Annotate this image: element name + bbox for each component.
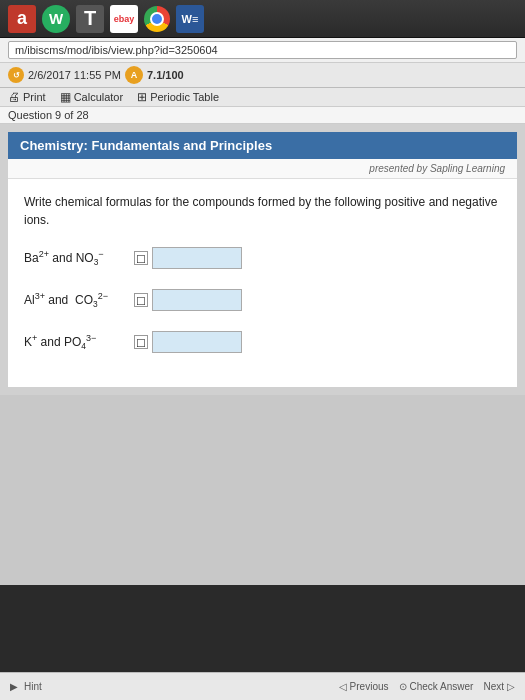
browser-toolbar: ↺ 2/6/2017 11:55 PM A 7.1/100: [0, 63, 525, 88]
taskbar: a W T ebay W≡: [0, 0, 525, 38]
answer-checkbox-1: □: [134, 251, 148, 265]
content-wrapper: Chemistry: Fundamentals and Principles p…: [8, 132, 517, 387]
url-bar[interactable]: m/ibiscms/mod/ibis/view.php?id=3250604: [8, 41, 517, 59]
print-label: Print: [23, 91, 46, 103]
date-time: 2/6/2017 11:55 PM: [28, 69, 121, 81]
calculator-label: Calculator: [74, 91, 124, 103]
play-icon: ▶: [10, 681, 18, 692]
taskbar-icon-t[interactable]: T: [76, 5, 104, 33]
taskbar-icon-w[interactable]: W: [42, 5, 70, 33]
ion-row-2: Al3+ and CO32− □: [24, 289, 501, 311]
bottom-bar: ▶ Hint ◁ Previous ⊙ Check Answer Next ▷: [0, 672, 525, 700]
score-text: 7.1/100: [147, 69, 184, 81]
previous-arrow: ◁: [339, 681, 347, 692]
next-label: Next: [483, 681, 504, 692]
calculator-icon: ▦: [60, 90, 71, 104]
previous-label: Previous: [350, 681, 389, 692]
tools-bar: 🖨 Print ▦ Calculator ⊞ Periodic Table: [0, 88, 525, 107]
question-text: Write chemical formulas for the compound…: [24, 193, 501, 229]
previous-button[interactable]: ◁ Previous: [339, 681, 389, 692]
answer-input-3[interactable]: [152, 331, 242, 353]
print-button[interactable]: 🖨 Print: [8, 90, 46, 104]
check-answer-button[interactable]: ⊙ Check Answer: [399, 681, 474, 692]
taskbar-icon-word[interactable]: W≡: [176, 5, 204, 33]
ion-label-3: K+ and PO43−: [24, 333, 124, 351]
hint-label[interactable]: Hint: [24, 681, 42, 692]
print-icon: 🖨: [8, 90, 20, 104]
answer-input-2[interactable]: [152, 289, 242, 311]
gray-outer: Chemistry: Fundamentals and Principles p…: [0, 124, 525, 395]
bottom-right: ◁ Previous ⊙ Check Answer Next ▷: [339, 681, 515, 692]
check-icon: ⊙: [399, 681, 407, 692]
refresh-icon: ↺: [8, 67, 24, 83]
next-arrow: ▷: [507, 681, 515, 692]
question-bar: Question 9 of 28: [0, 107, 525, 124]
periodic-table-button[interactable]: ⊞ Periodic Table: [137, 90, 219, 104]
question-meta: Question 9 of 28: [8, 109, 89, 121]
ion-label-1: Ba2+ and NO3−: [24, 249, 124, 267]
content-header: Chemistry: Fundamentals and Principles: [8, 132, 517, 159]
taskbar-icon-a[interactable]: a: [8, 5, 36, 33]
url-bar-container: m/ibiscms/mod/ibis/view.php?id=3250604: [0, 38, 525, 63]
answer-input-1[interactable]: [152, 247, 242, 269]
taskbar-icon-chrome[interactable]: [144, 6, 170, 32]
periodic-table-label: Periodic Table: [150, 91, 219, 103]
content-subheader: presented by Sapling Learning: [8, 159, 517, 179]
spacer: [0, 395, 525, 585]
answer-box-2: □: [134, 289, 242, 311]
answer-checkbox-2: □: [134, 293, 148, 307]
taskbar-icon-ebay[interactable]: ebay: [110, 5, 138, 33]
answer-box-3: □: [134, 331, 242, 353]
next-button[interactable]: Next ▷: [483, 681, 515, 692]
ion-row-3: K+ and PO43− □: [24, 331, 501, 353]
periodic-table-icon: ⊞: [137, 90, 147, 104]
check-answer-label: Check Answer: [410, 681, 474, 692]
bottom-left: ▶ Hint: [10, 681, 42, 692]
question-area: Write chemical formulas for the compound…: [8, 179, 517, 387]
answer-checkbox-3: □: [134, 335, 148, 349]
ion-row-1: Ba2+ and NO3− □: [24, 247, 501, 269]
content-header-text: Chemistry: Fundamentals and Principles: [20, 138, 272, 153]
answer-box-1: □: [134, 247, 242, 269]
subheader-text: presented by Sapling Learning: [369, 163, 505, 174]
ion-label-2: Al3+ and CO32−: [24, 291, 124, 309]
calculator-button[interactable]: ▦ Calculator: [60, 90, 124, 104]
score-badge: A: [125, 66, 143, 84]
